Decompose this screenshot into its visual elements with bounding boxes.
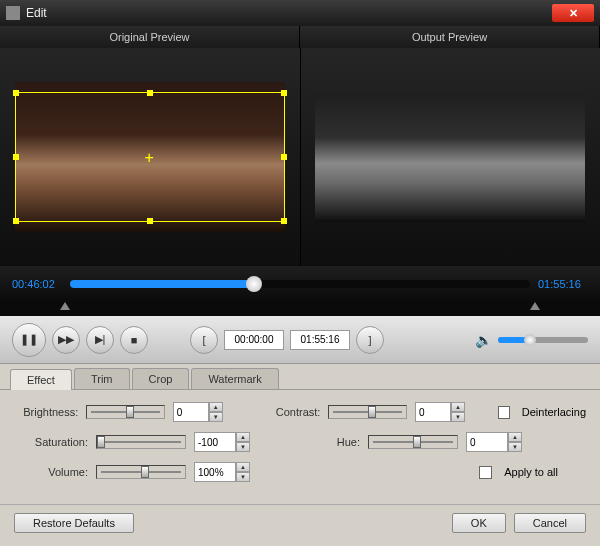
timeline: 00:46:02 01:55:16: [0, 266, 600, 302]
titlebar: Edit ✕: [0, 0, 600, 26]
crop-handle-ml[interactable]: [13, 154, 19, 160]
crop-box[interactable]: +: [15, 92, 285, 222]
original-preview-pane[interactable]: +: [0, 48, 301, 266]
hue-down[interactable]: ▼: [508, 442, 522, 452]
brightness-down[interactable]: ▼: [209, 412, 223, 422]
total-time: 01:55:16: [538, 278, 588, 290]
progress-fill: [70, 280, 254, 288]
crop-handle-br[interactable]: [281, 218, 287, 224]
volume-label: Volume:: [14, 466, 88, 478]
original-preview-header: Original Preview: [0, 26, 300, 48]
contrast-up[interactable]: ▲: [451, 402, 465, 412]
deinterlacing-label: Deinterlacing: [522, 406, 586, 418]
saturation-value[interactable]: [194, 432, 236, 452]
output-video-frame: [315, 92, 585, 222]
close-button[interactable]: ✕: [552, 4, 594, 22]
trim-markers: [0, 302, 600, 316]
brightness-spinner[interactable]: ▲▼: [173, 402, 223, 422]
app-icon: [6, 6, 20, 20]
contrast-spinner[interactable]: ▲▼: [415, 402, 465, 422]
tabs: Effect Trim Crop Watermark: [0, 364, 600, 390]
apply-all-checkbox[interactable]: [479, 466, 492, 479]
fast-forward-icon: ▶▶: [58, 333, 74, 346]
saturation-spinner[interactable]: ▲▼: [194, 432, 250, 452]
playback-controls: ❚❚ ▶▶ ▶| ■ [ ] 🔈: [0, 316, 600, 364]
stop-button[interactable]: ■: [120, 326, 148, 354]
hue-value[interactable]: [466, 432, 508, 452]
brightness-value[interactable]: [173, 402, 209, 422]
apply-all-label: Apply to all: [504, 466, 558, 478]
tab-crop[interactable]: Crop: [132, 368, 190, 389]
deinterlacing-checkbox[interactable]: [498, 406, 510, 419]
close-icon: ✕: [569, 7, 578, 20]
volume-spinner[interactable]: ▲▼: [194, 462, 250, 482]
saturation-slider[interactable]: [96, 435, 186, 449]
brightness-label: Brightness:: [14, 406, 78, 418]
tab-trim[interactable]: Trim: [74, 368, 130, 389]
saturation-up[interactable]: ▲: [236, 432, 250, 442]
pause-icon: ❚❚: [20, 333, 38, 346]
crop-handle-tl[interactable]: [13, 90, 19, 96]
crop-handle-tc[interactable]: [147, 90, 153, 96]
volume-slider[interactable]: [498, 337, 588, 343]
preview-headers: Original Preview Output Preview: [0, 26, 600, 48]
trim-marker-end[interactable]: [530, 302, 540, 310]
footer: Restore Defaults OK Cancel: [0, 504, 600, 541]
hue-spinner[interactable]: ▲▼: [466, 432, 522, 452]
volume-up[interactable]: ▲: [236, 462, 250, 472]
crop-handle-bc[interactable]: [147, 218, 153, 224]
bracket-right-icon: ]: [368, 334, 371, 346]
saturation-down[interactable]: ▼: [236, 442, 250, 452]
volume-value[interactable]: [194, 462, 236, 482]
original-video-frame: +: [15, 82, 285, 232]
volume-thumb[interactable]: [524, 334, 536, 346]
pause-button[interactable]: ❚❚: [12, 323, 46, 357]
contrast-thumb[interactable]: [368, 406, 376, 418]
ok-button[interactable]: OK: [452, 513, 506, 533]
output-preview-header: Output Preview: [300, 26, 600, 48]
saturation-thumb[interactable]: [97, 436, 105, 448]
crop-center-crosshair[interactable]: +: [144, 149, 153, 167]
next-button[interactable]: ▶|: [86, 326, 114, 354]
volume-slider-effect[interactable]: [96, 465, 186, 479]
window-title: Edit: [26, 6, 552, 20]
tab-watermark[interactable]: Watermark: [191, 368, 278, 389]
volume-thumb-effect[interactable]: [141, 466, 149, 478]
brightness-slider[interactable]: [86, 405, 164, 419]
contrast-slider[interactable]: [328, 405, 406, 419]
effects-panel: Brightness: ▲▼ Contrast: ▲▼ Deinterlacin…: [0, 390, 600, 504]
trim-start-input[interactable]: [224, 330, 284, 350]
stop-icon: ■: [131, 334, 138, 346]
tab-effect[interactable]: Effect: [10, 369, 72, 390]
contrast-down[interactable]: ▼: [451, 412, 465, 422]
fast-forward-button[interactable]: ▶▶: [52, 326, 80, 354]
crop-handle-bl[interactable]: [13, 218, 19, 224]
volume-icon[interactable]: 🔈: [475, 332, 492, 348]
preview-area: +: [0, 48, 600, 266]
cancel-button[interactable]: Cancel: [514, 513, 586, 533]
crop-handle-tr[interactable]: [281, 90, 287, 96]
restore-defaults-button[interactable]: Restore Defaults: [14, 513, 134, 533]
contrast-value[interactable]: [415, 402, 451, 422]
bracket-left-icon: [: [202, 334, 205, 346]
crop-handle-mr[interactable]: [281, 154, 287, 160]
next-icon: ▶|: [95, 333, 106, 346]
hue-slider[interactable]: [368, 435, 458, 449]
volume-down[interactable]: ▼: [236, 472, 250, 482]
contrast-label: Contrast:: [256, 406, 320, 418]
progress-thumb[interactable]: [246, 276, 262, 292]
saturation-label: Saturation:: [14, 436, 88, 448]
set-start-button[interactable]: [: [190, 326, 218, 354]
brightness-thumb[interactable]: [126, 406, 134, 418]
set-end-button[interactable]: ]: [356, 326, 384, 354]
hue-thumb[interactable]: [413, 436, 421, 448]
output-preview-pane: [301, 48, 601, 266]
current-time: 00:46:02: [12, 278, 62, 290]
brightness-up[interactable]: ▲: [209, 402, 223, 412]
trim-marker-start[interactable]: [60, 302, 70, 310]
hue-label: Hue:: [286, 436, 360, 448]
progress-bar[interactable]: [70, 280, 530, 288]
hue-up[interactable]: ▲: [508, 432, 522, 442]
trim-end-input[interactable]: [290, 330, 350, 350]
